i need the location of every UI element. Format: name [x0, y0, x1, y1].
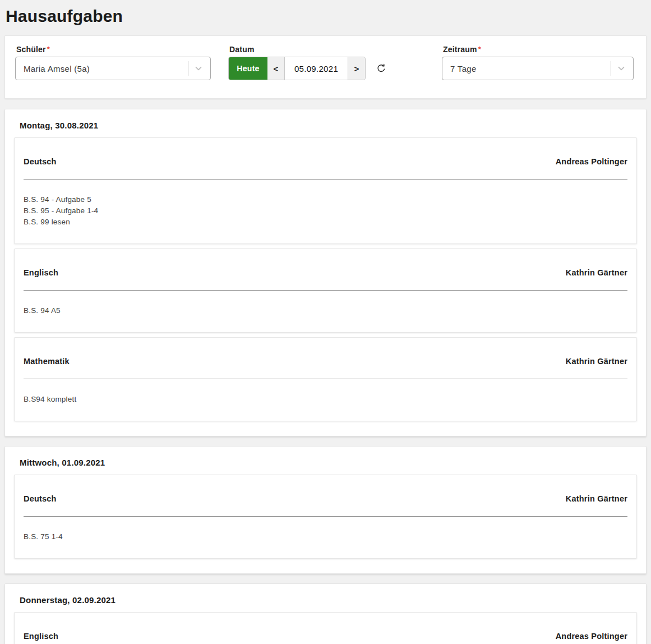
homework-card: Englisch Andreas Poltinger [14, 612, 637, 644]
subject-label: Deutsch [24, 494, 57, 504]
day-title: Donnerstag, 02.09.2021 [20, 595, 637, 605]
homework-card: Englisch Kathrin Gärtner B.S. 94 A5 [14, 249, 637, 333]
homework-card-header: Englisch Kathrin Gärtner [24, 268, 627, 278]
next-day-button[interactable]: > [348, 57, 365, 80]
homework-text-line: B.S. 99 lesen [24, 217, 627, 228]
chevron-down-icon [193, 63, 204, 73]
subject-label: Deutsch [24, 157, 57, 167]
homework-text-line: B.S. 95 - Aufgabe 1-4 [24, 205, 627, 217]
homework-card-header: Englisch Andreas Poltinger [24, 632, 627, 641]
divider [24, 290, 627, 291]
prev-day-button[interactable]: < [267, 57, 284, 80]
homework-card: Deutsch Kathrin Gärtner B.S. 75 1-4 [14, 475, 637, 559]
day-card: Montag, 30.08.2021 Deutsch Andreas Polti… [4, 109, 647, 436]
subject-label: Englisch [24, 268, 58, 278]
period-label-text: Zeitraum [443, 45, 477, 54]
homework-card-header: Mathematik Kathrin Gärtner [24, 357, 627, 366]
period-select-value: 7 Tage [450, 64, 477, 73]
date-button-group: Heute < 05.09.2021 > [228, 57, 366, 80]
period-label: Zeitraum* [443, 45, 634, 54]
student-filter: Schüler* Maria Amsel (5a) [15, 45, 211, 80]
teacher-label: Kathrin Gärtner [566, 357, 627, 366]
select-divider [188, 61, 188, 76]
subject-label: Englisch [24, 632, 58, 641]
lesson-list: Deutsch Andreas Poltinger B.S. 94 - Aufg… [14, 137, 637, 421]
homework-card: Mathematik Kathrin Gärtner B.S94 komplet… [14, 337, 637, 421]
required-marker: * [478, 45, 481, 53]
today-button[interactable]: Heute [229, 57, 267, 80]
divider [24, 516, 627, 517]
divider [24, 179, 627, 180]
day-card: Mittwoch, 01.09.2021 Deutsch Kathrin Gär… [4, 446, 647, 574]
chevron-down-icon [616, 63, 626, 73]
homework-card: Deutsch Andreas Poltinger B.S. 94 - Aufg… [14, 137, 637, 244]
lesson-list: Deutsch Kathrin Gärtner B.S. 75 1-4 [14, 475, 637, 559]
student-select-value: Maria Amsel (5a) [24, 64, 90, 73]
date-controls: Heute < 05.09.2021 > [228, 57, 387, 80]
refresh-icon[interactable] [376, 63, 387, 74]
period-select[interactable]: 7 Tage [442, 57, 634, 80]
homework-card-header: Deutsch Andreas Poltinger [24, 157, 627, 167]
filter-panel: Schüler* Maria Amsel (5a) Datum Heute < … [4, 35, 647, 99]
required-marker: * [47, 45, 50, 53]
page-title: Hausaufgaben [0, 0, 651, 26]
day-card: Donnerstag, 02.09.2021 Englisch Andreas … [4, 583, 647, 644]
date-field[interactable]: 05.09.2021 [284, 57, 348, 80]
lesson-list: Englisch Andreas Poltinger [14, 612, 637, 644]
teacher-label: Kathrin Gärtner [566, 494, 627, 504]
divider [24, 379, 627, 379]
homework-text: B.S94 komplett [24, 394, 627, 405]
homework-text-line: B.S. 94 A5 [24, 305, 627, 316]
homework-text-line: B.S94 komplett [24, 394, 627, 405]
day-list: Montag, 30.08.2021 Deutsch Andreas Polti… [0, 109, 651, 644]
student-label-text: Schüler [16, 45, 46, 54]
homework-text: B.S. 75 1-4 [24, 531, 627, 542]
homework-text-line: B.S. 75 1-4 [24, 531, 627, 542]
teacher-label: Andreas Poltinger [556, 157, 627, 167]
teacher-label: Kathrin Gärtner [566, 268, 627, 278]
homework-text: B.S. 94 A5 [24, 305, 627, 316]
homework-card-header: Deutsch Kathrin Gärtner [24, 494, 627, 504]
date-label: Datum [229, 45, 387, 54]
subject-label: Mathematik [24, 357, 70, 366]
select-divider [611, 61, 611, 76]
homework-text: B.S. 94 - Aufgabe 5B.S. 95 - Aufgabe 1-4… [24, 194, 627, 228]
day-title: Mittwoch, 01.09.2021 [20, 458, 637, 468]
date-filter: Datum Heute < 05.09.2021 > [228, 45, 387, 80]
date-label-text: Datum [229, 45, 255, 54]
period-filter: Zeitraum* 7 Tage [442, 45, 634, 80]
student-select[interactable]: Maria Amsel (5a) [15, 57, 211, 80]
homework-text-line: B.S. 94 - Aufgabe 5 [24, 194, 627, 205]
day-title: Montag, 30.08.2021 [20, 121, 637, 131]
student-label: Schüler* [16, 45, 211, 54]
teacher-label: Andreas Poltinger [556, 632, 627, 641]
